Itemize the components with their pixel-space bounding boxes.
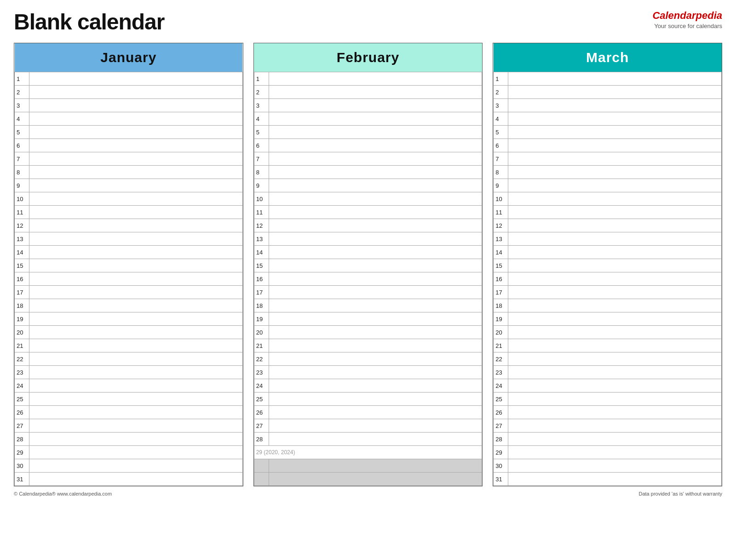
table-row: 28	[494, 433, 722, 446]
table-row: 18	[15, 299, 243, 312]
table-row: 25	[254, 393, 482, 406]
table-row: 16	[254, 272, 482, 286]
table-row: 12	[15, 219, 243, 232]
table-row: 8	[254, 166, 482, 179]
table-row: 26	[494, 406, 722, 419]
table-row: 29	[15, 446, 243, 459]
logo-text: Calendarpedia	[652, 9, 722, 23]
table-row: 19	[15, 312, 243, 326]
table-row: 21	[494, 339, 722, 352]
table-row: 23	[254, 366, 482, 379]
table-row: 20	[15, 326, 243, 339]
table-row: 3	[15, 99, 243, 112]
table-row: 2	[494, 86, 722, 99]
table-row: 24	[15, 379, 243, 393]
february-header: February	[254, 43, 482, 72]
logo-area: Calendarpedia Your source for calendars	[652, 9, 722, 30]
table-row: 12	[494, 219, 722, 232]
table-row: 28	[15, 433, 243, 446]
table-row: 27	[254, 419, 482, 433]
table-row: 3	[254, 99, 482, 112]
table-row: 4	[494, 112, 722, 126]
table-row: 9	[494, 179, 722, 192]
table-row: 14	[15, 246, 243, 259]
table-row: 30	[494, 459, 722, 473]
table-row: 31	[15, 473, 243, 486]
page-header: Blank calendar Calendarpedia Your source…	[14, 9, 722, 35]
table-row: 7	[254, 152, 482, 166]
table-row: 6	[15, 139, 243, 152]
page-footer: © Calendarpedia® www.calendarpedia.com D…	[14, 491, 722, 496]
january-calendar: January 12345678910111213141516171819202…	[14, 43, 243, 486]
table-row: 18	[494, 299, 722, 312]
table-row: 16	[494, 272, 722, 286]
table-row: 7	[15, 152, 243, 166]
table-row: 26	[15, 406, 243, 419]
logo-main: Calendar	[652, 10, 696, 21]
table-row: 2	[254, 86, 482, 99]
table-row: 10	[254, 192, 482, 206]
table-row: 22	[494, 352, 722, 366]
table-row: 19	[254, 312, 482, 326]
table-row: 12	[254, 219, 482, 232]
table-row: 13	[15, 232, 243, 246]
table-row: 1	[254, 72, 482, 86]
table-row: 25	[494, 393, 722, 406]
table-row: 8	[494, 166, 722, 179]
march-calendar: March 1234567891011121314151617181920212…	[493, 43, 722, 486]
table-row: 11	[494, 206, 722, 219]
table-row: 28	[254, 433, 482, 446]
footer-right: Data provided 'as is' without warranty	[638, 491, 722, 496]
table-row: 23	[15, 366, 243, 379]
table-row: 10	[494, 192, 722, 206]
table-row: 15	[494, 259, 722, 272]
table-row: 1	[15, 72, 243, 86]
table-row: 9	[15, 179, 243, 192]
table-row: 13	[494, 232, 722, 246]
table-row: 2	[15, 86, 243, 99]
table-row: 17	[254, 286, 482, 299]
table-row: 5	[15, 126, 243, 139]
table-row: 15	[15, 259, 243, 272]
table-row: 4	[254, 112, 482, 126]
table-row: 30	[15, 459, 243, 473]
table-row	[254, 473, 482, 486]
table-row: 13	[254, 232, 482, 246]
table-row: 31	[494, 473, 722, 486]
table-row: 25	[15, 393, 243, 406]
footer-left: © Calendarpedia® www.calendarpedia.com	[14, 491, 112, 496]
table-row: 22	[15, 352, 243, 366]
january-header: January	[15, 43, 243, 72]
table-row: 27	[494, 419, 722, 433]
table-row: 29 (2020, 2024)	[254, 446, 482, 459]
table-row: 7	[494, 152, 722, 166]
table-row: 17	[15, 286, 243, 299]
table-row: 21	[15, 339, 243, 352]
logo-accent: pedia	[696, 10, 722, 21]
table-row: 11	[254, 206, 482, 219]
table-row: 29	[494, 446, 722, 459]
table-row: 16	[15, 272, 243, 286]
table-row: 27	[15, 419, 243, 433]
table-row: 15	[254, 259, 482, 272]
table-row: 24	[494, 379, 722, 393]
table-row: 22	[254, 352, 482, 366]
table-row: 5	[494, 126, 722, 139]
table-row: 10	[15, 192, 243, 206]
table-row: 20	[494, 326, 722, 339]
table-row: 6	[254, 139, 482, 152]
table-row: 3	[494, 99, 722, 112]
table-row	[254, 459, 482, 473]
table-row: 8	[15, 166, 243, 179]
table-row: 24	[254, 379, 482, 393]
march-header: March	[494, 43, 722, 72]
table-row: 21	[254, 339, 482, 352]
page-title: Blank calendar	[14, 9, 164, 35]
table-row: 20	[254, 326, 482, 339]
table-row: 18	[254, 299, 482, 312]
table-row: 6	[494, 139, 722, 152]
table-row: 11	[15, 206, 243, 219]
logo-sub: Your source for calendars	[652, 23, 722, 30]
table-row: 17	[494, 286, 722, 299]
table-row: 5	[254, 126, 482, 139]
